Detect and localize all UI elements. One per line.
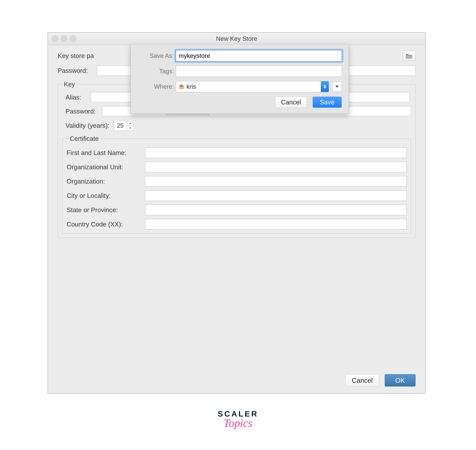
validity-stepper[interactable]: 25 ▲ ▼ xyxy=(114,120,134,131)
save-as-input[interactable] xyxy=(176,50,342,61)
cert-city-label: City or Locality: xyxy=(67,192,145,199)
cert-org-row: Organization: xyxy=(67,176,406,187)
cert-country-label: Country Code (XX): xyxy=(67,220,145,228)
brand-line2: Topics xyxy=(0,417,476,429)
key-password-label: Password: xyxy=(65,107,102,115)
key-group-legend: Key xyxy=(62,80,77,88)
cert-name-row: First and Last Name: xyxy=(67,148,406,158)
where-value: kris xyxy=(186,83,196,90)
certificate-group: Certificate First and Last Name: Organiz… xyxy=(62,135,411,233)
where-dropdown-icon xyxy=(321,81,329,92)
save-as-label: Save As: xyxy=(138,52,174,59)
title-bar: New Key Store xyxy=(48,33,425,45)
tags-row: Tags: xyxy=(138,65,342,77)
validity-row: Validity (years): 25 ▲ ▼ xyxy=(62,120,411,131)
window-content: Key store pa Password: Key Alias: xyxy=(48,45,425,394)
save-sheet-save-button[interactable]: Save xyxy=(313,96,342,108)
cert-state-input[interactable] xyxy=(145,205,406,215)
save-sheet-cancel-button[interactable]: Cancel xyxy=(275,96,307,108)
validity-value[interactable]: 25 xyxy=(114,122,127,129)
validity-decrement-button[interactable]: ▼ xyxy=(127,126,134,131)
ok-button[interactable]: OK xyxy=(385,374,416,386)
cert-name-input[interactable] xyxy=(145,148,406,158)
cert-org-input[interactable] xyxy=(145,176,406,187)
dialog-footer: Cancel OK xyxy=(345,374,416,386)
save-sheet: Save As: Tags: Where: kris xyxy=(130,45,349,114)
brand-watermark: SCALER Topics xyxy=(0,409,476,429)
cert-city-input[interactable] xyxy=(145,190,406,201)
where-label: Where: xyxy=(138,83,174,90)
cert-org-label: Organization: xyxy=(67,178,145,185)
cert-name-label: First and Last Name: xyxy=(67,149,145,157)
cancel-button[interactable]: Cancel xyxy=(345,374,379,386)
keystore-password-label: Password: xyxy=(58,67,94,74)
where-select[interactable]: kris xyxy=(176,81,329,92)
window-title: New Key Store xyxy=(48,35,425,42)
validity-label: Validity (years): xyxy=(65,122,110,129)
where-row: Where: kris xyxy=(138,81,342,92)
home-icon xyxy=(178,83,185,90)
cert-org-unit-input[interactable] xyxy=(145,162,406,172)
cert-state-row: State or Province: xyxy=(67,205,406,215)
folder-open-icon xyxy=(406,53,412,59)
cert-country-row: Country Code (XX): xyxy=(67,219,406,230)
tags-input[interactable] xyxy=(176,65,342,77)
cert-state-label: State or Province: xyxy=(67,206,145,214)
key-store-path-label: Key store pa xyxy=(58,52,105,59)
chevron-down-icon xyxy=(335,85,339,88)
validity-stepper-buttons: ▲ ▼ xyxy=(127,120,134,131)
cert-city-row: City or Locality: xyxy=(67,190,406,201)
new-key-store-window: New Key Store Key store pa Password: Key xyxy=(48,32,426,394)
browse-key-store-button[interactable] xyxy=(403,51,416,61)
alias-label: Alias: xyxy=(65,94,91,101)
save-sheet-buttons: Cancel Save xyxy=(138,96,342,108)
expand-save-panel-button[interactable] xyxy=(332,82,342,92)
save-as-row: Save As: xyxy=(138,50,342,61)
certificate-group-legend: Certificate xyxy=(68,135,100,142)
validity-increment-button[interactable]: ▲ xyxy=(127,120,134,126)
cert-country-input[interactable] xyxy=(145,219,406,230)
cert-org-unit-label: Organizational Unit: xyxy=(67,163,145,171)
tags-label: Tags: xyxy=(138,68,174,75)
cert-org-unit-row: Organizational Unit: xyxy=(67,162,406,172)
